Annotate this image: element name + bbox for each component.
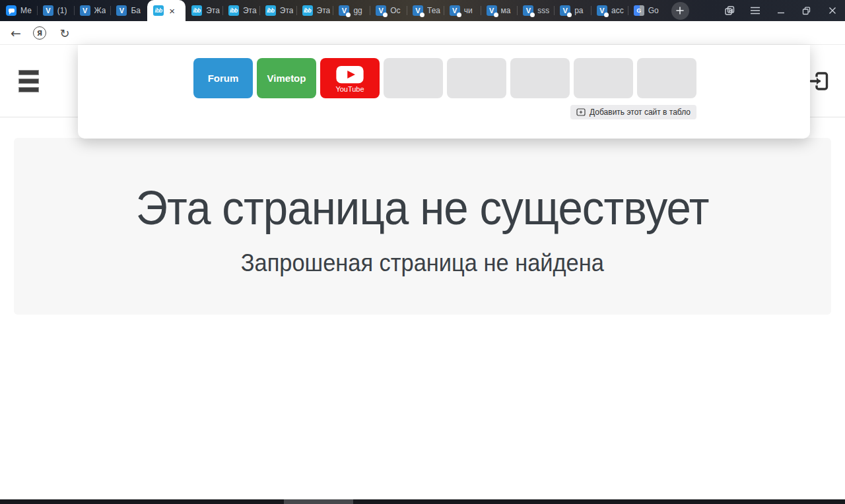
tab[interactable]: V(1) — [37, 0, 74, 21]
back-button[interactable]: ← — [7, 21, 25, 45]
v-favicon: V — [80, 5, 90, 16]
taskbar-strip — [0, 499, 845, 504]
tab[interactable]: Vsss — [517, 0, 554, 21]
ibb-favicon: ibb — [191, 5, 202, 16]
tab-panels-button[interactable] — [716, 0, 742, 21]
tab-strip: МеV(1)VЖаVБаibb×ibbЭтаibbЭтаibbЭтаibbЭта… — [0, 0, 665, 21]
address-bar: ← Я ↻ https://ibb.co/dkM3bh8 Копировать … — [0, 21, 845, 45]
v-favicon: V — [523, 5, 533, 16]
tab-label: Эта — [206, 6, 220, 15]
tile-label: Vimetop — [267, 73, 306, 84]
reload-icon: ↻ — [59, 26, 69, 40]
panels-icon — [724, 5, 735, 16]
v-favicon: V — [413, 5, 423, 16]
error-title: Эта страница не существует — [136, 180, 709, 235]
tab[interactable]: GGo — [628, 0, 665, 21]
tab-label: ра — [574, 6, 583, 15]
tab[interactable]: ibbЭта — [296, 0, 333, 21]
v-favicon: V — [487, 5, 497, 16]
ibb-favicon: ibb — [302, 5, 313, 16]
v-favicon: V — [116, 5, 127, 16]
tab-label: чи — [464, 6, 473, 15]
add-site-label: Добавить этот сайт в табло — [590, 108, 691, 117]
window-controls — [716, 0, 845, 21]
tile-label: Forum — [208, 73, 239, 84]
tableau-dropdown-panel: ForumVimetopYouTube Добавить этот сайт в… — [78, 45, 810, 139]
tab-label: Жа — [94, 6, 106, 15]
translate-favicon: G — [634, 5, 644, 16]
tab-label: Эта — [317, 6, 331, 15]
menu-icon — [750, 7, 760, 15]
tile-empty[interactable] — [384, 58, 443, 98]
yandex-button[interactable]: Я — [32, 21, 48, 45]
tab[interactable]: Ме — [0, 0, 37, 21]
youtube-play-icon — [335, 65, 365, 84]
hamburger-menu-button[interactable] — [18, 70, 39, 92]
tile-forum[interactable]: Forum — [193, 58, 253, 98]
error-subtitle: Запрошеная страница не найдена — [241, 249, 604, 277]
ibb-favicon: ibb — [228, 5, 239, 16]
v-favicon: V — [339, 5, 349, 16]
tab[interactable]: Vасс — [591, 0, 628, 21]
tab-label: асс — [611, 6, 624, 15]
browser-menu-button[interactable] — [742, 0, 768, 21]
tab[interactable]: ibbЭта — [222, 0, 259, 21]
tile-youtube[interactable]: YouTube — [320, 58, 380, 98]
tab[interactable]: Vчи — [444, 0, 481, 21]
reload-button[interactable]: ↻ — [55, 21, 74, 45]
browser-window: МеV(1)VЖаVБаibb×ibbЭтаibbЭтаibbЭтаibbЭта… — [0, 0, 845, 504]
ibb-favicon: ibb — [153, 5, 164, 16]
minimize-button[interactable] — [768, 0, 794, 21]
login-button[interactable] — [807, 69, 832, 96]
tab-label: gg — [353, 6, 362, 15]
tile-empty[interactable] — [574, 58, 633, 98]
tile-empty[interactable] — [510, 58, 570, 98]
tab-label: (1) — [57, 6, 67, 15]
tab[interactable]: VТеа — [407, 0, 444, 21]
v-favicon: V — [560, 5, 570, 16]
tile-empty[interactable] — [637, 58, 696, 98]
tab-label: Ос — [390, 6, 400, 15]
tab[interactable]: ibbЭта — [186, 0, 222, 21]
tab[interactable]: ibbЭта — [259, 0, 296, 21]
tableau-tiles: ForumVimetopYouTube — [193, 58, 696, 98]
back-icon: ← — [11, 26, 21, 40]
add-in-box-icon — [576, 108, 586, 116]
tab[interactable]: VБа — [110, 0, 147, 21]
tile-empty[interactable] — [447, 58, 506, 98]
tab-label: Теа — [427, 6, 440, 15]
close-icon — [828, 7, 836, 15]
tab-label: ма — [501, 6, 511, 15]
tab-label: Ме — [20, 6, 32, 15]
tile-label: YouTube — [335, 85, 364, 93]
tab-bar: МеV(1)VЖаVБаibb×ibbЭтаibbЭтаibbЭтаibbЭта… — [0, 0, 845, 21]
tab[interactable]: Vма — [481, 0, 518, 21]
tab-close-button[interactable]: × — [169, 6, 175, 16]
close-window-button[interactable] — [819, 0, 845, 21]
tab-label: Эта — [243, 6, 257, 15]
v-favicon: V — [376, 5, 386, 16]
chat-favicon — [6, 5, 17, 16]
tab-label: Ба — [131, 6, 141, 15]
error-card: Эта страница не существует Запрошеная ст… — [14, 138, 831, 315]
tab-label: sss — [537, 6, 549, 15]
yandex-icon: Я — [33, 26, 46, 40]
v-favicon: V — [43, 5, 53, 16]
add-site-to-tableau-button[interactable]: Добавить этот сайт в табло — [570, 105, 696, 119]
hamburger-icon — [18, 70, 39, 75]
tab[interactable]: VЖа — [74, 0, 111, 21]
tab[interactable]: VОс — [370, 0, 407, 21]
tab-label: Go — [648, 6, 659, 15]
tab-active[interactable]: ibb× — [147, 0, 186, 21]
tab-label: Эта — [280, 6, 294, 15]
restore-button[interactable] — [794, 0, 819, 21]
restore-icon — [802, 7, 811, 15]
tab[interactable]: Vра — [554, 0, 591, 21]
tile-vimetop[interactable]: Vimetop — [257, 58, 316, 98]
plus-icon — [676, 7, 684, 15]
taskbar-strip-segment — [284, 499, 353, 504]
new-tab-button[interactable] — [671, 2, 689, 20]
ibb-favicon: ibb — [265, 5, 276, 16]
tab[interactable]: Vgg — [333, 0, 370, 21]
v-favicon: V — [450, 5, 460, 16]
